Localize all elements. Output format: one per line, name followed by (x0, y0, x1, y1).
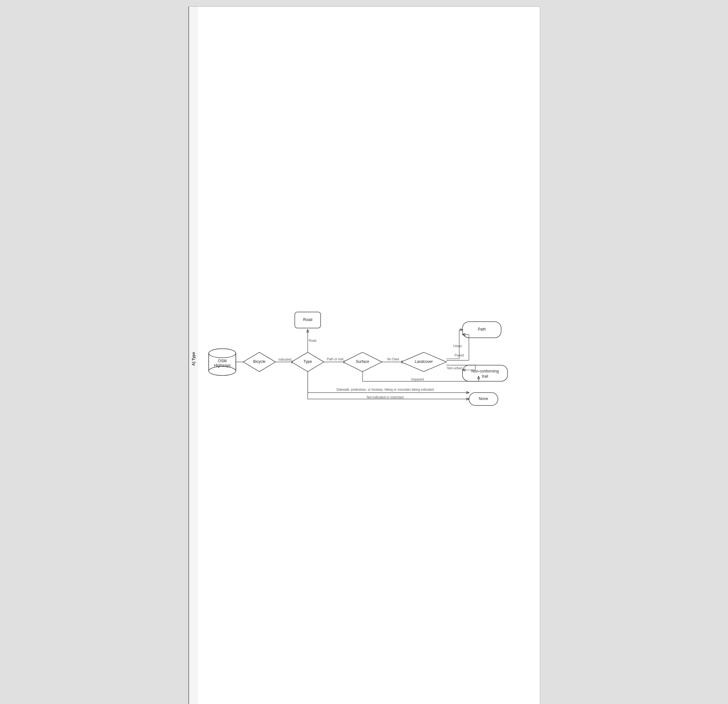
edge-not-indicated: Not indicated or restricted (367, 396, 403, 399)
type-label: Type (303, 359, 312, 364)
edge-paved: Paved (454, 354, 464, 357)
edge-indicated: Indicated (278, 358, 291, 361)
section-type: A) Type OSM Highways (188, 7, 540, 704)
edge-unpaved: Unpaved (410, 377, 423, 381)
diagram-type: OSM Highways Bicycle Indicated Type Road (198, 7, 540, 704)
osm-label: OSM (218, 359, 227, 363)
page: A) Type OSM Highways (188, 6, 540, 704)
edge-road: Road (309, 339, 316, 343)
surface-label: Surface (356, 359, 369, 364)
edge-path-trail: Path or trail (327, 357, 343, 361)
edge-nodata: No Data (387, 357, 399, 361)
road-box-label: Road (303, 317, 312, 322)
svg-point-5 (209, 349, 236, 358)
bicycle-label: Bicycle (253, 359, 266, 364)
edge-nonurban: Non-urban (447, 366, 462, 370)
nonconf-trail-label2: trail (482, 374, 488, 379)
path-label: Path (478, 327, 486, 332)
landcover-label: Landcover (415, 359, 433, 364)
none-label: None (479, 396, 488, 401)
section-label-type: A) Type (188, 7, 198, 704)
osm-label2: Highways (214, 363, 230, 368)
edge-sidewalk: Sidewalk, pedestrian, or footway; hiking… (336, 388, 433, 391)
edge-urban: Urban (453, 344, 462, 348)
svg-point-4 (209, 366, 236, 375)
